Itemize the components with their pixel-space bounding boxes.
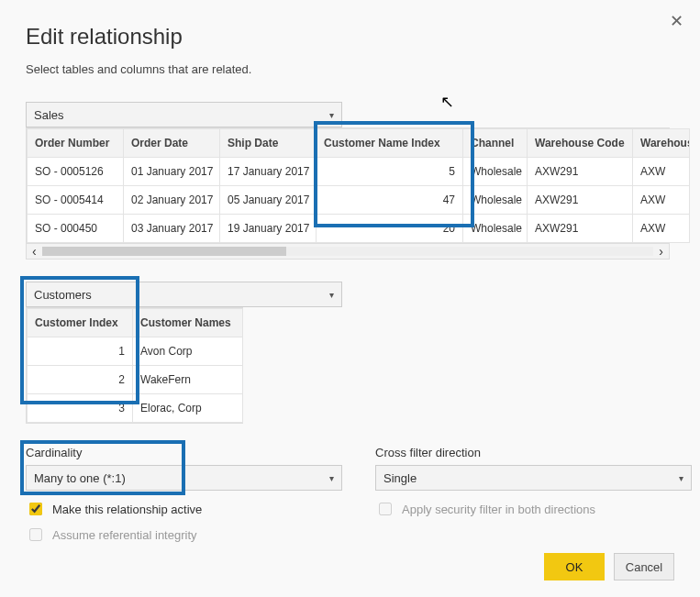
table-row[interactable]: SO - 0005126 01 January 2017 17 January … — [28, 158, 690, 186]
chevron-down-icon: ▾ — [329, 110, 334, 120]
table2-select[interactable]: Customers ▾ — [26, 282, 342, 307]
t1-h1[interactable]: Order Date — [124, 129, 220, 158]
scroll-left-icon[interactable]: ‹ — [32, 244, 37, 259]
t1-h6[interactable]: Warehouse — [633, 129, 690, 158]
t1-h2[interactable]: Ship Date — [220, 129, 317, 158]
table-row[interactable]: SO - 0005414 02 January 2017 05 January … — [28, 186, 690, 215]
cardinality-label: Cardinality — [26, 446, 342, 459]
chevron-down-icon: ▾ — [329, 290, 334, 300]
security-checkbox-row: Apply security filter in both directions — [375, 500, 692, 518]
cancel-button[interactable]: Cancel — [614, 553, 674, 580]
table1-preview: Order Number Order Date Ship Date Custom… — [26, 127, 670, 260]
scroll-track[interactable] — [42, 247, 654, 256]
t2-h1[interactable]: Customer Names — [133, 309, 243, 337]
crossfilter-select[interactable]: Single ▾ — [375, 465, 692, 491]
table1-select-value: Sales — [34, 108, 64, 122]
horizontal-scrollbar[interactable]: ‹ › — [27, 243, 669, 259]
dialog-title: Edit relationship — [26, 24, 674, 50]
scroll-right-icon[interactable]: › — [659, 244, 663, 259]
table1-select[interactable]: Sales ▾ — [26, 102, 342, 127]
chevron-down-icon: ▾ — [679, 473, 683, 483]
table2-select-value: Customers — [34, 288, 92, 302]
crossfilter-value: Single — [383, 471, 417, 485]
close-icon[interactable]: ✕ — [670, 11, 683, 31]
active-checkbox-row[interactable]: Make this relationship active — [26, 500, 342, 518]
t1-h5[interactable]: Warehouse Code — [528, 129, 633, 158]
table-row[interactable]: 1 Avon Corp — [28, 337, 243, 366]
crossfilter-label: Cross filter direction — [375, 446, 692, 459]
referential-checkbox — [29, 528, 42, 541]
cardinality-select[interactable]: Many to one (*:1) ▾ — [26, 465, 342, 491]
dialog-subtitle: Select tables and columns that are relat… — [26, 62, 674, 76]
mouse-cursor-icon: ↖ — [440, 92, 454, 112]
table2-preview: Customer Index Customer Names 1 Avon Cor… — [26, 307, 243, 424]
table-row[interactable]: 2 WakeFern — [28, 366, 243, 394]
t1-h0[interactable]: Order Number — [28, 129, 124, 158]
active-checkbox[interactable] — [29, 503, 42, 515]
referential-checkbox-row: Assume referential integrity — [26, 525, 342, 544]
security-checkbox-label: Apply security filter in both directions — [402, 503, 595, 516]
t1-h3[interactable]: Customer Name Index — [317, 129, 463, 158]
table-row[interactable]: 3 Elorac, Corp — [28, 394, 243, 423]
scroll-thumb[interactable] — [42, 247, 287, 256]
referential-checkbox-label: Assume referential integrity — [52, 528, 197, 542]
t2-h0[interactable]: Customer Index — [28, 309, 133, 337]
table-row[interactable]: SO - 000450 03 January 2017 19 January 2… — [28, 215, 690, 243]
dialog-footer: OK Cancel — [544, 553, 674, 580]
edit-relationship-dialog: ✕ Edit relationship Select tables and co… — [0, 0, 700, 597]
chevron-down-icon: ▾ — [329, 473, 334, 483]
t1-h4[interactable]: Channel — [463, 129, 528, 158]
ok-button[interactable]: OK — [544, 553, 605, 580]
security-checkbox — [379, 503, 392, 515]
active-checkbox-label: Make this relationship active — [52, 503, 202, 516]
cardinality-value: Many to one (*:1) — [34, 471, 126, 485]
